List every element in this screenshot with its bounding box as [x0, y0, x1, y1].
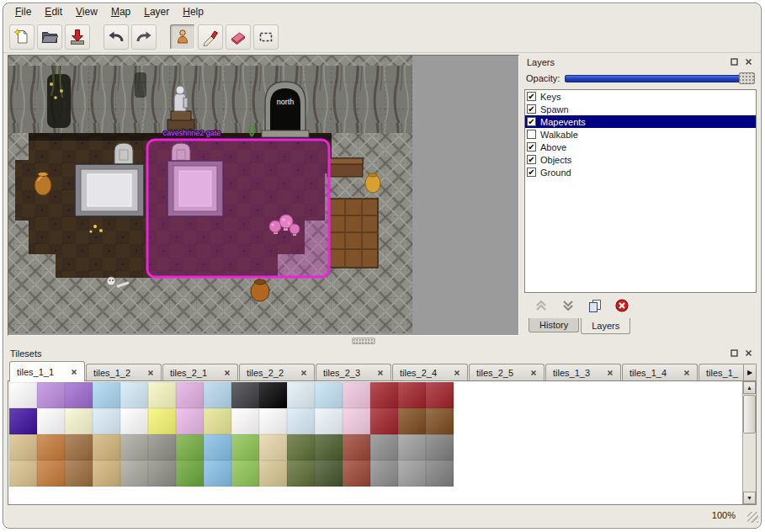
tileset-tab-tiles_2_3[interactable]: tiles_2_3: [316, 364, 391, 381]
tileset-palette[interactable]: [8, 381, 454, 487]
eraser-tool-button[interactable]: [226, 24, 251, 50]
close-tilesets-button[interactable]: [742, 348, 754, 359]
tab-close-icon[interactable]: [377, 368, 384, 378]
delete-layer-button[interactable]: [614, 298, 630, 315]
save-button[interactable]: [65, 24, 90, 50]
tile-0-9[interactable]: [259, 382, 287, 408]
select-tool-button[interactable]: [253, 24, 279, 50]
tile-3-6[interactable]: [176, 460, 204, 487]
redo-button[interactable]: [131, 24, 157, 50]
tile-2-13[interactable]: [370, 434, 398, 460]
tile-1-8[interactable]: [231, 408, 259, 434]
tile-0-14[interactable]: [398, 382, 426, 408]
duplicate-layer-button[interactable]: [587, 298, 603, 315]
close-panel-button[interactable]: [742, 56, 754, 68]
tile-1-12[interactable]: [343, 408, 370, 434]
tile-3-7[interactable]: [204, 460, 231, 487]
tileset-tab-tiles_1_2[interactable]: tiles_1_2: [86, 364, 162, 381]
tile-0-11[interactable]: [315, 382, 343, 408]
stamp-tool-button[interactable]: [170, 24, 195, 50]
float-tilesets-button[interactable]: [728, 348, 740, 359]
layer-row-walkable[interactable]: Walkable: [525, 128, 756, 141]
tile-1-15[interactable]: [426, 408, 454, 434]
tile-0-4[interactable]: [120, 382, 148, 408]
panel-tab-layers[interactable]: Layers: [581, 318, 630, 334]
selection-rectangle[interactable]: [147, 140, 329, 277]
tile-1-6[interactable]: [176, 408, 204, 434]
tile-0-0[interactable]: [9, 382, 37, 408]
tab-close-icon[interactable]: [530, 368, 537, 378]
tileset-tab-tiles_1_3[interactable]: tiles_1_3: [545, 364, 621, 381]
scrollbar-track[interactable]: [743, 394, 756, 492]
tile-3-15[interactable]: [426, 460, 454, 487]
tab-close-icon[interactable]: [224, 368, 231, 378]
opacity-slider-handle[interactable]: [739, 72, 755, 84]
tileset-tab-tiles_2_1[interactable]: tiles_2_1: [162, 364, 238, 381]
tile-2-10[interactable]: [287, 434, 315, 460]
tile-3-11[interactable]: [315, 460, 343, 487]
tile-1-7[interactable]: [204, 408, 231, 434]
tile-0-1[interactable]: [37, 382, 65, 408]
tileset-tab-tiles_2_4[interactable]: tiles_2_4: [392, 364, 468, 381]
tile-3-9[interactable]: [259, 460, 287, 487]
open-file-button[interactable]: [37, 24, 62, 50]
checkbox-checked-icon[interactable]: ✔: [527, 155, 536, 164]
tile-3-13[interactable]: [370, 460, 398, 487]
opacity-slider[interactable]: [565, 72, 755, 85]
tile-0-5[interactable]: [148, 382, 176, 408]
tile-2-4[interactable]: [120, 434, 148, 460]
tile-3-8[interactable]: [231, 460, 259, 487]
map-viewport[interactable]: north: [8, 55, 519, 336]
menu-help[interactable]: Help: [176, 5, 210, 19]
tile-2-11[interactable]: [315, 434, 343, 460]
menu-edit[interactable]: Edit: [38, 5, 69, 19]
checkbox-checked-icon[interactable]: ✔: [527, 142, 536, 152]
tile-3-3[interactable]: [93, 460, 120, 487]
layer-row-mapevents[interactable]: ✔Mapevents: [525, 115, 756, 128]
palette-scrollbar[interactable]: ▲ ▼: [742, 381, 756, 504]
tile-2-9[interactable]: [259, 434, 287, 460]
brush-tool-button[interactable]: [198, 24, 223, 50]
layer-row-objects[interactable]: ✔Objects: [525, 153, 756, 166]
menu-file[interactable]: File: [8, 5, 38, 19]
tile-3-0[interactable]: [9, 460, 37, 487]
layer-row-keys[interactable]: ✔Keys: [525, 90, 756, 103]
undo-button[interactable]: [104, 24, 129, 50]
tile-1-5[interactable]: [148, 408, 176, 434]
tile-2-5[interactable]: [148, 434, 176, 460]
checkbox-checked-icon[interactable]: ✔: [527, 104, 536, 114]
tileset-tab-tiles_2_5[interactable]: tiles_2_5: [469, 364, 545, 381]
tile-0-3[interactable]: [93, 382, 120, 408]
tile-3-12[interactable]: [343, 460, 370, 487]
lower-layer-button[interactable]: [560, 298, 576, 315]
tile-1-2[interactable]: [65, 408, 93, 434]
panel-tab-history[interactable]: History: [529, 318, 579, 332]
new-file-button[interactable]: [9, 24, 35, 50]
tile-1-10[interactable]: [287, 408, 315, 434]
tile-1-1[interactable]: [37, 408, 65, 434]
tile-1-3[interactable]: [93, 408, 120, 434]
tile-3-1[interactable]: [37, 460, 65, 487]
tile-1-0[interactable]: [9, 408, 37, 434]
tile-0-2[interactable]: [65, 382, 93, 408]
tile-2-3[interactable]: [93, 434, 120, 460]
tile-0-8[interactable]: [231, 382, 259, 408]
scrollbar-handle[interactable]: [743, 395, 756, 434]
menu-view[interactable]: View: [69, 5, 104, 19]
tile-2-12[interactable]: [343, 434, 370, 460]
scroll-down-button[interactable]: ▼: [743, 492, 756, 504]
tile-2-14[interactable]: [398, 434, 426, 460]
layer-row-spawn[interactable]: ✔Spawn: [525, 103, 756, 115]
north-cave-entrance[interactable]: north: [262, 82, 309, 137]
layer-row-above[interactable]: ✔Above: [525, 141, 756, 153]
raise-layer-button[interactable]: [533, 298, 550, 315]
tab-close-icon[interactable]: [683, 368, 690, 378]
tab-close-icon[interactable]: [147, 368, 154, 378]
horizontal-splitter[interactable]: [3, 336, 761, 346]
checkbox-checked-icon[interactable]: ✔: [527, 168, 536, 177]
tile-3-2[interactable]: [65, 460, 93, 487]
tileset-tab-tiles_1_1[interactable]: tiles_1_1: [9, 361, 85, 381]
tile-1-9[interactable]: [259, 408, 287, 434]
tile-0-15[interactable]: [426, 382, 454, 408]
scroll-up-button[interactable]: ▲: [743, 381, 756, 394]
